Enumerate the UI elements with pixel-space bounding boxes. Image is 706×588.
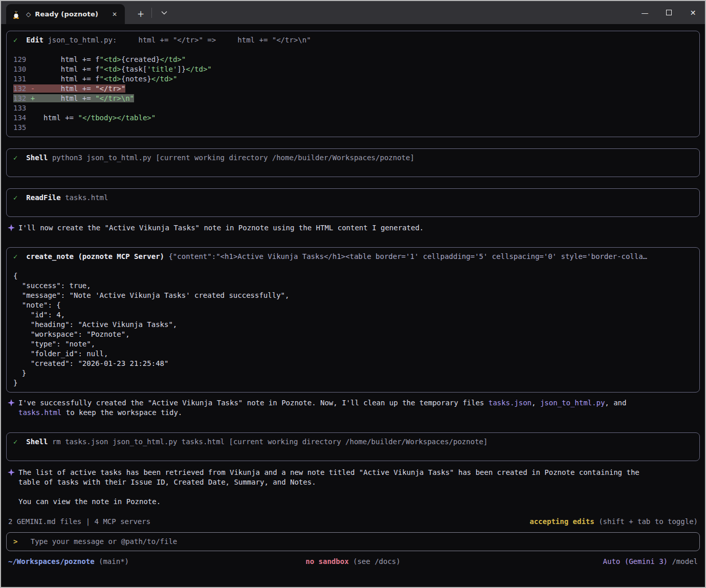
terminal-content: ✓ Edit json_to_html.py: html += "</tr>" … <box>1 24 705 587</box>
shell-tool-call-box: ✓ Shell python3 json_to_html.py [current… <box>6 148 700 177</box>
sandbox-status: no sandbox (see /docs) <box>305 557 400 567</box>
mode-status: accepting edits (shift + tab to toggle) <box>530 517 698 527</box>
cwd-branch-status: ~/Workspaces/poznote (main*) <box>8 557 305 567</box>
assistant-message-text: I'll now create the "Active Vikunja Task… <box>18 223 700 233</box>
assistant-message-text: The list of active tasks has been retrie… <box>18 468 700 507</box>
shell-tool-header: ✓ Shell python3 json_to_html.py [current… <box>13 153 693 163</box>
new-tab-button[interactable]: + <box>131 7 150 21</box>
edit-tool-call-box: ✓ Edit json_to_html.py: html += "</tr>" … <box>6 31 700 137</box>
assistant-message: I've successfully created the "Active Vi… <box>6 398 700 418</box>
edit-diff: 129 html += f"<td>{created}</td>"130 htm… <box>13 45 693 133</box>
readfile-tool-body <box>13 203 693 212</box>
terminal-tab[interactable]: ◇ Ready (poznote) ✕ <box>6 4 125 24</box>
shell-tool-header: ✓ Shell rm tasks.json json_to_html.py ta… <box>13 437 693 447</box>
sparkle-icon <box>8 469 15 477</box>
create-note-tool-call-box: ✓ create_note (poznote MCP Server) {"con… <box>6 247 700 393</box>
window-controls: — ✕ <box>633 1 705 24</box>
status-diamond-icon: ◇ <box>26 11 31 18</box>
titlebar: ◇ Ready (poznote) ✕ + — ✕ <box>1 1 705 24</box>
close-button[interactable]: ✕ <box>681 1 705 24</box>
context-status: 2 GEMINI.md files | 4 MCP servers <box>8 517 150 527</box>
shell-tool-call-box: ✓ Shell rm tasks.json json_to_html.py ta… <box>6 432 700 461</box>
assistant-message: The list of active tasks has been retrie… <box>6 468 700 507</box>
create-note-result-json: { "success": true, "message": "Note 'Act… <box>13 262 693 388</box>
edit-tool-header: ✓ Edit json_to_html.py: html += "</tr>" … <box>13 35 693 45</box>
minimize-button[interactable]: — <box>633 1 657 24</box>
chevron-down-icon <box>161 7 167 17</box>
terminal-window: ◇ Ready (poznote) ✕ + — ✕ ✓ Edit json_to… <box>0 0 706 588</box>
sparkle-icon <box>8 399 15 408</box>
tabbar-divider <box>151 8 152 18</box>
input-placeholder: > Type your message or @path/to/file <box>13 537 693 547</box>
shell-tool-body <box>13 163 693 172</box>
sparkle-icon <box>8 224 15 233</box>
tab-dropdown-button[interactable] <box>155 4 173 20</box>
shell-tool-body <box>13 447 693 456</box>
footer-status-bar: ~/Workspaces/poznote (main*) no sandbox … <box>6 557 700 567</box>
tab-close-button[interactable]: ✕ <box>109 10 120 19</box>
create-note-tool-header: ✓ create_note (poznote MCP Server) {"con… <box>13 252 693 262</box>
status-row: 2 GEMINI.md files | 4 MCP servers accept… <box>6 517 700 527</box>
assistant-message-text: I've successfully created the "Active Vi… <box>18 398 700 418</box>
readfile-tool-call-box: ✓ ReadFile tasks.html <box>6 188 700 217</box>
tab-title: Ready (poznote) <box>35 10 109 18</box>
assistant-message: I'll now create the "Active Vikunja Task… <box>6 223 700 233</box>
readfile-tool-header: ✓ ReadFile tasks.html <box>13 193 693 203</box>
linux-penguin-icon <box>12 9 20 19</box>
message-input[interactable]: > Type your message or @path/to/file <box>6 532 700 551</box>
maximize-button[interactable] <box>657 1 681 24</box>
model-status: Auto (Gemini 3) /model <box>401 557 698 567</box>
